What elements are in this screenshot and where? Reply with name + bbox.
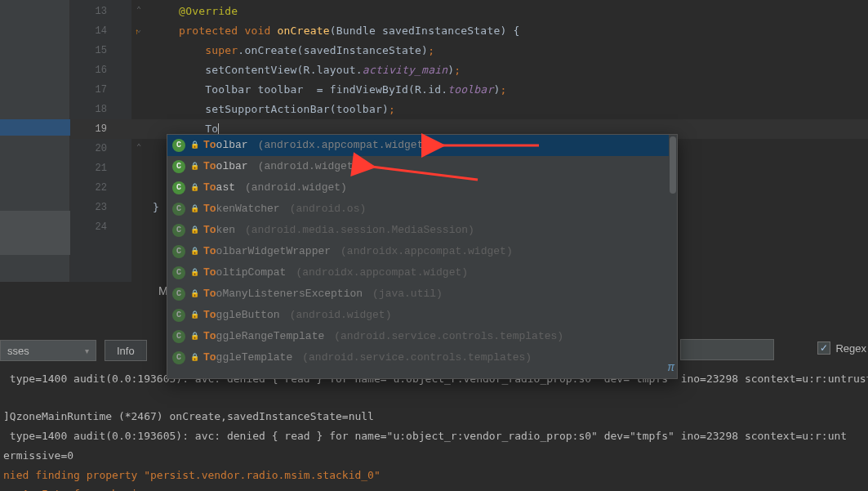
- code-line-16[interactable]: setContentView(R.layout.activity_main);: [153, 60, 868, 80]
- lock-icon: 🔒: [190, 333, 198, 341]
- line-22[interactable]: 22: [70, 178, 131, 198]
- log-line[interactable]: ]QzoneMainRuntime (*2467) onCreate,saved…: [3, 407, 374, 426]
- suggestion-name: TooManyListenersException: [203, 283, 363, 305]
- line-20[interactable]: 20⌃: [70, 139, 131, 158]
- suggestion-package: (android.widget): [245, 177, 347, 199]
- lock-icon: 🔒: [190, 184, 198, 192]
- class-icon: C: [172, 160, 185, 173]
- autocomplete-item[interactable]: C🔒Toast(android.widget): [167, 177, 677, 199]
- suggestion-name: Toolbar: [203, 156, 248, 177]
- scrollbar-thumb[interactable]: [670, 136, 676, 194]
- suggestion-name: ToolbarWidgetWrapper: [203, 241, 331, 262]
- lock-icon: 🔒: [190, 290, 198, 298]
- process-dropdown[interactable]: sses ▾: [0, 340, 96, 361]
- suggestion-name: Toast: [203, 177, 235, 199]
- class-icon: C: [172, 245, 185, 258]
- code-line-14[interactable]: protected void onCreate(Bundle savedInst…: [153, 21, 868, 41]
- dropdown-text: sses: [7, 345, 29, 357]
- line-18[interactable]: 18: [70, 100, 131, 119]
- line-15[interactable]: 15: [70, 41, 131, 60]
- suggestion-name: ToggleTemplate: [203, 347, 292, 368]
- lock-icon: 🔒: [190, 163, 198, 171]
- project-marker-highlight: [0, 119, 70, 136]
- suggestion-name: ToggleButton: [203, 305, 280, 326]
- log-level-info-tab[interactable]: Info: [105, 340, 147, 361]
- checkmark-icon: ✓: [817, 341, 830, 355]
- autocomplete-item[interactable]: C🔒TooManyListenersException(java.util): [167, 283, 677, 305]
- class-icon: C: [172, 288, 185, 301]
- suggestion-name: TokenWatcher: [203, 199, 280, 220]
- class-icon: C: [172, 139, 185, 152]
- class-icon: C: [172, 203, 185, 216]
- line-number-gutter[interactable]: 13⌃ 14 ⌄ 15 16 17 18 19 20⌃ 21 22 23 24: [70, 0, 131, 282]
- code-line-13[interactable]: @Override: [153, 2, 868, 21]
- line-14[interactable]: 14 ⌄: [70, 21, 131, 41]
- suggestion-package: (java.util): [372, 283, 443, 305]
- line-24[interactable]: 24: [70, 217, 131, 237]
- line-19[interactable]: 19: [70, 119, 131, 139]
- lock-icon: 🔒: [190, 269, 198, 277]
- pi-hint-icon: π: [668, 361, 674, 374]
- project-marker-hover: [0, 211, 70, 255]
- lock-icon: 🔒: [190, 354, 198, 362]
- class-icon: C: [172, 266, 185, 279]
- line-17[interactable]: 17: [70, 80, 131, 100]
- class-icon: C: [172, 330, 185, 343]
- suggestion-name: ToggleRangeTemplate: [203, 326, 324, 347]
- autocomplete-item[interactable]: C🔒Token(android.media.session.MediaSessi…: [167, 220, 677, 241]
- autocomplete-item[interactable]: C🔒Toolbar(android.widget): [167, 156, 677, 177]
- code-line-18[interactable]: setSupportActionBar(toolbar);: [153, 100, 868, 119]
- lock-icon: 🔒: [190, 311, 198, 319]
- log-line-warning[interactable]: nied finding property "persist.vendor.ra…: [3, 466, 381, 484]
- suggestion-name: Token: [203, 220, 235, 241]
- autocomplete-item[interactable]: C🔒Toolbar(androidx.appcompat.widget): [167, 135, 677, 156]
- logcat-search-input[interactable]: [680, 339, 774, 360]
- class-icon: C: [172, 309, 185, 322]
- suggestion-package: (android.os): [290, 199, 367, 220]
- autocomplete-item[interactable]: C🔒ToggleTemplate(android.service.control…: [167, 347, 677, 368]
- class-icon: C: [172, 181, 185, 194]
- autocomplete-item[interactable]: C🔒ToggleButton(android.widget): [167, 305, 677, 326]
- autocomplete-scrollbar[interactable]: [669, 135, 677, 378]
- suggestion-package: (androidx.appcompat.widget): [258, 135, 430, 156]
- autocomplete-item[interactable]: C🔒TokenWatcher(android.os): [167, 199, 677, 220]
- log-line[interactable]: ermissive=0: [3, 446, 73, 465]
- line-16[interactable]: 16: [70, 60, 131, 80]
- lock-icon: 🔒: [190, 226, 198, 234]
- suggestion-package: (android.service.controls.templates): [302, 347, 532, 368]
- autocomplete-item[interactable]: C🔒TooltipCompat(androidx.appcompat.widge…: [167, 262, 677, 283]
- suggestion-package: (android.media.session.MediaSession): [245, 220, 474, 241]
- log-line[interactable]: type=1400 audit(0.0:193605): avc: denied…: [3, 426, 847, 445]
- suggestion-package: (android.service.controls.templates): [334, 326, 563, 347]
- suggestion-name: Toolbar: [203, 135, 248, 156]
- suggestion-name: TooltipCompat: [203, 262, 286, 283]
- code-line-15[interactable]: super.onCreate(savedInstanceState);: [153, 41, 868, 60]
- lock-icon: 🔒: [190, 141, 198, 150]
- log-line-warning[interactable]: oneAppInterface begin: [3, 484, 144, 491]
- autocomplete-item[interactable]: C🔒ToolbarWidgetWrapper(androidx.appcompa…: [167, 241, 677, 262]
- class-icon: C: [172, 224, 185, 237]
- lock-icon: 🔒: [190, 248, 198, 256]
- line-13[interactable]: 13⌃: [70, 2, 131, 21]
- line-23[interactable]: 23: [70, 198, 131, 217]
- class-icon: C: [172, 351, 185, 364]
- autocomplete-popup[interactable]: C🔒Toolbar(androidx.appcompat.widget)C🔒To…: [167, 134, 678, 379]
- regex-checkbox[interactable]: ✓ Regex: [817, 341, 866, 355]
- editor-left-strip: [0, 0, 70, 282]
- autocomplete-item[interactable]: C🔒ToggleRangeTemplate(android.service.co…: [167, 326, 677, 347]
- chevron-down-icon: ▾: [85, 346, 89, 355]
- lock-icon: 🔒: [190, 205, 198, 213]
- code-line-17[interactable]: Toolbar toolbar = findViewById(R.id.tool…: [153, 80, 868, 100]
- suggestion-package: (android.widget): [290, 305, 392, 326]
- override-icon[interactable]: [115, 25, 127, 36]
- suggestion-package: (android.widget): [258, 156, 360, 177]
- line-21[interactable]: 21: [70, 158, 131, 178]
- logcat-output[interactable]: type=1400 audit(0.0:193605): avc: denied…: [0, 368, 868, 491]
- suggestion-package: (androidx.appcompat.widget): [341, 241, 513, 262]
- suggestion-package: (androidx.appcompat.widget): [296, 262, 468, 283]
